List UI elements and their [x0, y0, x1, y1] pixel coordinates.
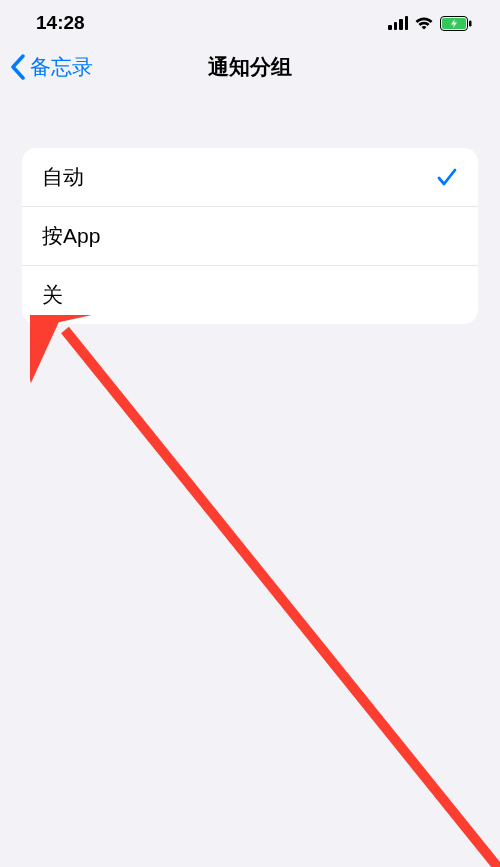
- checkmark-icon: [436, 166, 458, 188]
- chevron-left-icon: [10, 54, 26, 80]
- back-label: 备忘录: [30, 53, 93, 81]
- wifi-icon: [414, 16, 434, 31]
- option-label: 关: [42, 281, 63, 309]
- option-by-app[interactable]: 按App: [22, 207, 478, 266]
- option-auto[interactable]: 自动: [22, 148, 478, 207]
- option-off[interactable]: 关: [22, 266, 478, 324]
- option-label: 按App: [42, 222, 100, 250]
- cellular-signal-icon: [388, 16, 408, 30]
- navigation-bar: 备忘录 通知分组: [0, 44, 500, 94]
- status-indicators: [388, 16, 472, 31]
- options-list: 自动 按App 关: [22, 148, 478, 324]
- option-label: 自动: [42, 163, 84, 191]
- status-time: 14:28: [36, 12, 85, 34]
- svg-rect-2: [469, 20, 472, 26]
- status-bar: 14:28: [0, 0, 500, 44]
- battery-charging-icon: [440, 16, 472, 31]
- annotation-arrow: [30, 315, 500, 867]
- svg-line-3: [65, 330, 500, 867]
- back-button[interactable]: 备忘录: [10, 53, 93, 81]
